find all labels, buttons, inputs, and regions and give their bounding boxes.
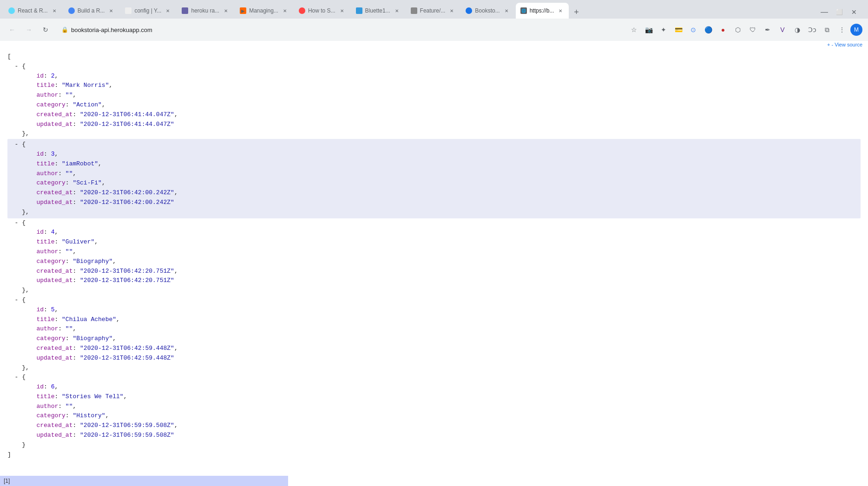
tab-howto[interactable]: How to S... ✕ bbox=[294, 3, 350, 19]
json-entry4-updated: updated_at: "2020-12-31T06:42:59.448Z" bbox=[7, 354, 861, 363]
json-entry-3: - { id: 4, title: "Guliver", author: "",… bbox=[7, 218, 861, 296]
json-entry3-updated: updated_at: "2020-12-31T06:42:20.751Z" bbox=[7, 276, 861, 286]
json-entry1-created: created_at: "2020-12-31T06:41:44.047Z", bbox=[7, 110, 861, 120]
tab-current[interactable]: 🌐 https://b... ✕ bbox=[516, 3, 569, 19]
json-close-bracket: ] bbox=[7, 450, 861, 460]
tab-managing[interactable]: ▶ Managing... ✕ bbox=[235, 3, 293, 19]
json-entry3-close: }, bbox=[7, 286, 861, 296]
react-favicon bbox=[8, 7, 15, 14]
json-entry4-close: }, bbox=[7, 363, 861, 373]
tab-bluette[interactable]: Bluette1... ✕ bbox=[351, 3, 405, 19]
json-entry1-title: title: "Mark Norris", bbox=[7, 81, 861, 91]
minimize-button[interactable]: — bbox=[818, 6, 831, 19]
menu-icon[interactable]: ⋮ bbox=[835, 23, 848, 36]
tab-build-close[interactable]: ✕ bbox=[107, 7, 115, 14]
view-source-link[interactable]: + - View source bbox=[827, 42, 862, 47]
forward-button[interactable]: → bbox=[22, 23, 35, 36]
tab-config[interactable]: config | Y... ✕ bbox=[120, 3, 176, 19]
tab-booksto-label: Booksto... bbox=[475, 7, 500, 14]
json-entry2-updated: updated_at: "2020-12-31T06:42:00.242Z" bbox=[7, 198, 861, 208]
tab-howto-close[interactable]: ✕ bbox=[338, 7, 346, 14]
screenshot-icon[interactable]: 📷 bbox=[642, 23, 655, 36]
pen-icon[interactable]: ✒ bbox=[761, 23, 774, 36]
json-entry-4: - { id: 5, title: "Chilua Achebe", autho… bbox=[7, 296, 861, 373]
cc-icon[interactable]: Ↄↄ bbox=[806, 23, 819, 36]
heroku-favicon bbox=[182, 7, 188, 14]
tab-feature-label: Feature/... bbox=[420, 7, 446, 14]
wallet-icon[interactable]: 💳 bbox=[672, 23, 685, 36]
howto-favicon bbox=[299, 7, 305, 14]
json-entry3-created: created_at: "2020-12-31T06:42:20.751Z", bbox=[7, 267, 861, 276]
toolbar-icons: ☆ 📷 ✦ 💳 ⊙ 🔵 ● ⬡ 🛡 ✒ V ◑ Ↄↄ ⧉ ⋮ M bbox=[627, 23, 862, 36]
json-entry5-updated: updated_at: "2020-12-31T06:59:59.508Z" bbox=[7, 431, 861, 440]
json-entry1-updated: updated_at: "2020-12-31T06:41:44.047Z" bbox=[7, 120, 861, 130]
tab-bluette-label: Bluette1... bbox=[365, 7, 390, 14]
tab-react-close[interactable]: ✕ bbox=[51, 7, 58, 14]
json-entry-2-highlighted: - { id: 3, title: "iamRobot", author: ""… bbox=[7, 139, 861, 218]
build-favicon bbox=[68, 7, 75, 14]
extensions-icon[interactable]: ⧉ bbox=[821, 23, 834, 36]
close-window-button[interactable]: ✕ bbox=[848, 6, 861, 19]
tab-current-close[interactable]: ✕ bbox=[557, 7, 564, 14]
tab-build[interactable]: Build a R... ✕ bbox=[64, 3, 120, 19]
tab-booksto-close[interactable]: ✕ bbox=[503, 7, 510, 14]
json-entry5-close: } bbox=[7, 440, 861, 450]
vpn-icon[interactable]: 🛡 bbox=[746, 23, 759, 36]
json-entry5-title: title: "Stories We Tell", bbox=[7, 392, 861, 402]
new-tab-button[interactable]: + bbox=[570, 6, 583, 19]
tab-react[interactable]: React & R... ✕ bbox=[4, 3, 63, 19]
tab-feature-close[interactable]: ✕ bbox=[448, 7, 455, 14]
extension2-icon[interactable]: ● bbox=[717, 23, 730, 36]
tab-bluette-close[interactable]: ✕ bbox=[393, 7, 401, 14]
tab-heroku[interactable]: heroku ra... ✕ bbox=[177, 3, 234, 19]
json-entry-1: - { id: 2, title: "Mark Norris", author:… bbox=[7, 62, 861, 139]
json-entry5-author: author: "", bbox=[7, 402, 861, 412]
status-bar: [1] bbox=[0, 476, 288, 486]
moon-icon[interactable]: ◑ bbox=[791, 23, 804, 36]
json-entry2-author: author: "", bbox=[7, 169, 861, 179]
tab-react-label: React & R... bbox=[18, 7, 48, 14]
json-entry1-author: author: "", bbox=[7, 91, 861, 100]
json-entry3-author: author: "", bbox=[7, 247, 861, 257]
tab-heroku-close[interactable]: ✕ bbox=[222, 7, 230, 14]
json-entry2-id: id: 3, bbox=[7, 150, 861, 159]
chrome-icon[interactable]: ⊙ bbox=[687, 23, 700, 36]
tab-booksto[interactable]: Booksto... ✕ bbox=[461, 3, 514, 19]
json-entry3-title: title: "Guliver", bbox=[7, 237, 861, 247]
bluette-favicon bbox=[356, 7, 362, 14]
json-entry2-dash: - { bbox=[7, 140, 861, 150]
json-entry-5: - { id: 6, title: "Stories We Tell", aut… bbox=[7, 373, 861, 450]
feature-favicon bbox=[411, 7, 417, 14]
json-entry2-category: category: "Sci-Fi", bbox=[7, 178, 861, 188]
reload-button[interactable]: ↻ bbox=[39, 23, 52, 36]
back-button[interactable]: ← bbox=[6, 23, 19, 36]
address-bar-input-wrapper[interactable]: 🔒 bookstoria-api.herokuapp.com bbox=[56, 22, 381, 37]
json-entry3-category: category: "Biography", bbox=[7, 257, 861, 267]
json-entry4-id: id: 5, bbox=[7, 305, 861, 315]
spark-icon[interactable]: ✦ bbox=[657, 23, 670, 36]
json-entry4-created: created_at: "2020-12-31T06:42:59.448Z", bbox=[7, 344, 861, 354]
json-entry5-created: created_at: "2020-12-31T06:59:59.508Z", bbox=[7, 421, 861, 431]
json-open-bracket: [ bbox=[7, 52, 861, 62]
profile-avatar[interactable]: M bbox=[850, 24, 862, 36]
json-entry1-category: category: "Action", bbox=[7, 100, 861, 110]
tab-current-label: https://b... bbox=[530, 7, 554, 14]
tab-config-close[interactable]: ✕ bbox=[164, 7, 171, 14]
star-icon[interactable]: ☆ bbox=[627, 23, 640, 36]
extension1-icon[interactable]: 🔵 bbox=[702, 23, 715, 36]
json-entry1-dash: - { bbox=[7, 62, 861, 72]
json-entry5-category: category: "History", bbox=[7, 411, 861, 421]
tab-howto-label: How to S... bbox=[308, 7, 335, 14]
restore-button[interactable]: ⬜ bbox=[833, 6, 846, 19]
tab-managing-close[interactable]: ✕ bbox=[281, 7, 289, 14]
booksto-favicon bbox=[466, 7, 472, 14]
current-favicon: 🌐 bbox=[520, 7, 527, 14]
tab-bar: React & R... ✕ Build a R... ✕ config | Y… bbox=[0, 0, 868, 19]
json-entry4-dash: - { bbox=[7, 296, 861, 305]
tab-build-label: Build a R... bbox=[78, 7, 105, 14]
lock-icon: 🔒 bbox=[61, 26, 68, 33]
tab-feature[interactable]: Feature/... ✕ bbox=[406, 3, 460, 19]
v-extension-icon[interactable]: V bbox=[776, 23, 789, 36]
extension3-icon[interactable]: ⬡ bbox=[731, 23, 744, 36]
json-entry3-id: id: 4, bbox=[7, 228, 861, 237]
